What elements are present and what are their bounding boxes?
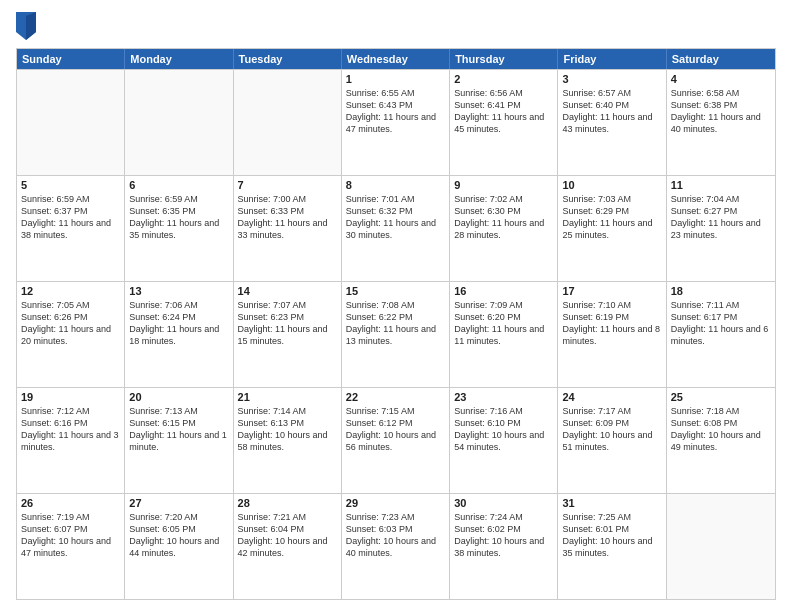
cell-info: Sunrise: 6:55 AMSunset: 6:43 PMDaylight:… (346, 87, 445, 136)
day-number: 26 (21, 497, 120, 509)
calendar-cell (667, 494, 775, 599)
page: SundayMondayTuesdayWednesdayThursdayFrid… (0, 0, 792, 612)
cell-info: Sunrise: 6:57 AMSunset: 6:40 PMDaylight:… (562, 87, 661, 136)
calendar-cell: 1Sunrise: 6:55 AMSunset: 6:43 PMDaylight… (342, 70, 450, 175)
day-number: 21 (238, 391, 337, 403)
svg-marker-1 (26, 12, 36, 40)
calendar-row-2: 5Sunrise: 6:59 AMSunset: 6:37 PMDaylight… (17, 175, 775, 281)
cell-info: Sunrise: 7:05 AMSunset: 6:26 PMDaylight:… (21, 299, 120, 348)
day-number: 27 (129, 497, 228, 509)
calendar-cell: 20Sunrise: 7:13 AMSunset: 6:15 PMDayligh… (125, 388, 233, 493)
cell-info: Sunrise: 7:12 AMSunset: 6:16 PMDaylight:… (21, 405, 120, 454)
calendar-cell: 5Sunrise: 6:59 AMSunset: 6:37 PMDaylight… (17, 176, 125, 281)
cell-info: Sunrise: 7:11 AMSunset: 6:17 PMDaylight:… (671, 299, 771, 348)
day-header-friday: Friday (558, 49, 666, 69)
calendar-body: 1Sunrise: 6:55 AMSunset: 6:43 PMDaylight… (17, 69, 775, 599)
calendar-cell: 25Sunrise: 7:18 AMSunset: 6:08 PMDayligh… (667, 388, 775, 493)
day-number: 3 (562, 73, 661, 85)
cell-info: Sunrise: 7:01 AMSunset: 6:32 PMDaylight:… (346, 193, 445, 242)
day-number: 5 (21, 179, 120, 191)
cell-info: Sunrise: 7:02 AMSunset: 6:30 PMDaylight:… (454, 193, 553, 242)
cell-info: Sunrise: 7:04 AMSunset: 6:27 PMDaylight:… (671, 193, 771, 242)
day-header-monday: Monday (125, 49, 233, 69)
calendar-row-5: 26Sunrise: 7:19 AMSunset: 6:07 PMDayligh… (17, 493, 775, 599)
day-number: 24 (562, 391, 661, 403)
day-number: 31 (562, 497, 661, 509)
day-number: 23 (454, 391, 553, 403)
day-number: 30 (454, 497, 553, 509)
day-number: 9 (454, 179, 553, 191)
calendar-cell: 22Sunrise: 7:15 AMSunset: 6:12 PMDayligh… (342, 388, 450, 493)
cell-info: Sunrise: 7:25 AMSunset: 6:01 PMDaylight:… (562, 511, 661, 560)
cell-info: Sunrise: 6:56 AMSunset: 6:41 PMDaylight:… (454, 87, 553, 136)
calendar-cell: 30Sunrise: 7:24 AMSunset: 6:02 PMDayligh… (450, 494, 558, 599)
day-number: 7 (238, 179, 337, 191)
calendar-cell: 13Sunrise: 7:06 AMSunset: 6:24 PMDayligh… (125, 282, 233, 387)
day-number: 10 (562, 179, 661, 191)
calendar-row-1: 1Sunrise: 6:55 AMSunset: 6:43 PMDaylight… (17, 69, 775, 175)
calendar-cell: 11Sunrise: 7:04 AMSunset: 6:27 PMDayligh… (667, 176, 775, 281)
cell-info: Sunrise: 7:06 AMSunset: 6:24 PMDaylight:… (129, 299, 228, 348)
calendar-header: SundayMondayTuesdayWednesdayThursdayFrid… (17, 49, 775, 69)
day-number: 1 (346, 73, 445, 85)
cell-info: Sunrise: 7:07 AMSunset: 6:23 PMDaylight:… (238, 299, 337, 348)
calendar-cell: 26Sunrise: 7:19 AMSunset: 6:07 PMDayligh… (17, 494, 125, 599)
day-number: 15 (346, 285, 445, 297)
calendar-cell: 27Sunrise: 7:20 AMSunset: 6:05 PMDayligh… (125, 494, 233, 599)
day-number: 11 (671, 179, 771, 191)
cell-info: Sunrise: 6:59 AMSunset: 6:37 PMDaylight:… (21, 193, 120, 242)
calendar-cell: 14Sunrise: 7:07 AMSunset: 6:23 PMDayligh… (234, 282, 342, 387)
day-number: 8 (346, 179, 445, 191)
calendar-cell: 28Sunrise: 7:21 AMSunset: 6:04 PMDayligh… (234, 494, 342, 599)
calendar-cell: 2Sunrise: 6:56 AMSunset: 6:41 PMDaylight… (450, 70, 558, 175)
day-number: 6 (129, 179, 228, 191)
calendar-cell: 21Sunrise: 7:14 AMSunset: 6:13 PMDayligh… (234, 388, 342, 493)
cell-info: Sunrise: 7:20 AMSunset: 6:05 PMDaylight:… (129, 511, 228, 560)
calendar-cell: 3Sunrise: 6:57 AMSunset: 6:40 PMDaylight… (558, 70, 666, 175)
cell-info: Sunrise: 7:13 AMSunset: 6:15 PMDaylight:… (129, 405, 228, 454)
cell-info: Sunrise: 6:58 AMSunset: 6:38 PMDaylight:… (671, 87, 771, 136)
day-header-sunday: Sunday (17, 49, 125, 69)
calendar-cell (234, 70, 342, 175)
day-number: 29 (346, 497, 445, 509)
day-header-saturday: Saturday (667, 49, 775, 69)
cell-info: Sunrise: 7:09 AMSunset: 6:20 PMDaylight:… (454, 299, 553, 348)
day-number: 25 (671, 391, 771, 403)
day-number: 12 (21, 285, 120, 297)
cell-info: Sunrise: 7:16 AMSunset: 6:10 PMDaylight:… (454, 405, 553, 454)
calendar-cell: 31Sunrise: 7:25 AMSunset: 6:01 PMDayligh… (558, 494, 666, 599)
calendar-cell: 10Sunrise: 7:03 AMSunset: 6:29 PMDayligh… (558, 176, 666, 281)
calendar-cell: 24Sunrise: 7:17 AMSunset: 6:09 PMDayligh… (558, 388, 666, 493)
calendar-cell (125, 70, 233, 175)
cell-info: Sunrise: 7:08 AMSunset: 6:22 PMDaylight:… (346, 299, 445, 348)
day-number: 22 (346, 391, 445, 403)
calendar-cell: 12Sunrise: 7:05 AMSunset: 6:26 PMDayligh… (17, 282, 125, 387)
day-number: 4 (671, 73, 771, 85)
calendar-cell: 4Sunrise: 6:58 AMSunset: 6:38 PMDaylight… (667, 70, 775, 175)
cell-info: Sunrise: 7:03 AMSunset: 6:29 PMDaylight:… (562, 193, 661, 242)
logo-icon (16, 12, 36, 40)
day-number: 20 (129, 391, 228, 403)
cell-info: Sunrise: 7:00 AMSunset: 6:33 PMDaylight:… (238, 193, 337, 242)
day-header-thursday: Thursday (450, 49, 558, 69)
day-number: 18 (671, 285, 771, 297)
calendar-row-4: 19Sunrise: 7:12 AMSunset: 6:16 PMDayligh… (17, 387, 775, 493)
calendar: SundayMondayTuesdayWednesdayThursdayFrid… (16, 48, 776, 600)
cell-info: Sunrise: 7:10 AMSunset: 6:19 PMDaylight:… (562, 299, 661, 348)
day-number: 2 (454, 73, 553, 85)
cell-info: Sunrise: 7:18 AMSunset: 6:08 PMDaylight:… (671, 405, 771, 454)
cell-info: Sunrise: 6:59 AMSunset: 6:35 PMDaylight:… (129, 193, 228, 242)
calendar-cell: 17Sunrise: 7:10 AMSunset: 6:19 PMDayligh… (558, 282, 666, 387)
cell-info: Sunrise: 7:17 AMSunset: 6:09 PMDaylight:… (562, 405, 661, 454)
day-number: 13 (129, 285, 228, 297)
calendar-cell: 16Sunrise: 7:09 AMSunset: 6:20 PMDayligh… (450, 282, 558, 387)
day-header-wednesday: Wednesday (342, 49, 450, 69)
cell-info: Sunrise: 7:15 AMSunset: 6:12 PMDaylight:… (346, 405, 445, 454)
calendar-cell (17, 70, 125, 175)
calendar-cell: 23Sunrise: 7:16 AMSunset: 6:10 PMDayligh… (450, 388, 558, 493)
day-number: 28 (238, 497, 337, 509)
calendar-cell: 8Sunrise: 7:01 AMSunset: 6:32 PMDaylight… (342, 176, 450, 281)
calendar-cell: 9Sunrise: 7:02 AMSunset: 6:30 PMDaylight… (450, 176, 558, 281)
calendar-cell: 19Sunrise: 7:12 AMSunset: 6:16 PMDayligh… (17, 388, 125, 493)
calendar-cell: 18Sunrise: 7:11 AMSunset: 6:17 PMDayligh… (667, 282, 775, 387)
